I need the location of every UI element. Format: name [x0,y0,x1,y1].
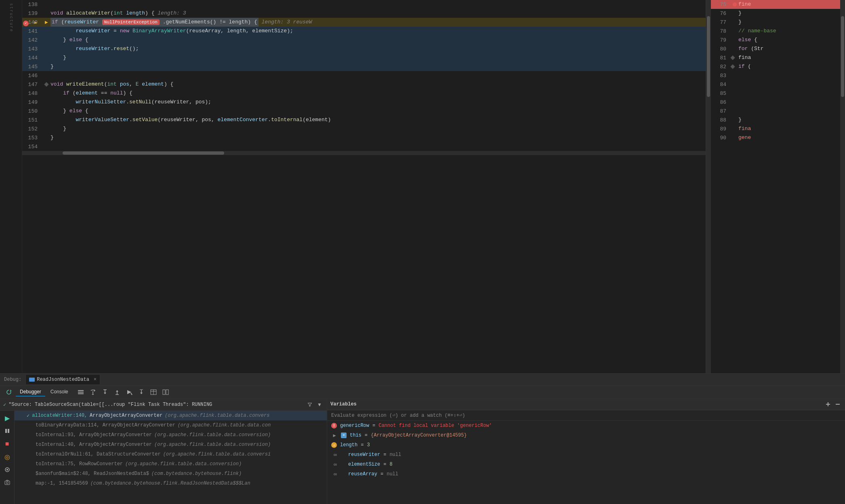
snapshot-button[interactable] [2,477,13,488]
force-step-button[interactable] [136,387,147,397]
h-scrollbar[interactable] [22,151,706,155]
var-infinity-icon-rw: ∞ [331,452,339,458]
line-content-143: reuseWriter.reset(); [50,44,706,53]
frames-filter-bar: ✓ "Source: TableSourceScan(table=[[...ro… [0,399,327,411]
var-genericrow: ! genericRow = Cannot find local variabl… [327,421,845,430]
debug-content: ✓ "Source: TableSourceScan(table=[[...ro… [0,399,845,504]
split-view-button[interactable] [160,387,171,397]
resume-button[interactable]: ▶ [2,412,13,424]
code-line-152: 152 } [22,124,706,133]
frame-item-0[interactable]: ✓ allocateWriter:140, ArrayObjectArrayCo… [15,411,327,420]
var-name-length: length [340,442,357,448]
right-content-76: } [738,9,840,18]
right-line-76: 76 } [711,9,840,18]
v-scrollbar-thumb-right[interactable] [841,16,844,97]
svg-rect-0 [78,390,84,391]
var-this[interactable]: ▶ ≡ this = {ArrayObjectArrayConverter@14… [327,430,845,440]
svg-rect-14 [166,390,168,395]
expand-this[interactable]: ▶ [331,432,338,439]
frames-options-button[interactable]: ▼ [315,401,324,409]
debug-tab-bar: Debug: ReadJsonNestedData × [0,374,845,386]
frames-icon-button[interactable] [75,387,86,397]
call-143: (); [129,46,139,52]
reconnect-button[interactable]: ◎ [2,451,13,462]
run-to-cursor-button[interactable] [124,387,135,397]
line-content-153: } [50,133,706,142]
add-watch-button[interactable] [824,400,832,408]
code-line-149: 149 writerNullSetter.setNull(reuseWriter… [22,98,706,107]
debug-tab-readjson[interactable]: ReadJsonNestedData × [25,374,100,385]
debug-tab-close[interactable]: × [94,377,97,382]
right-num-87: 87 [711,108,731,114]
frame-pkg-7: (com.bytedance.bytehouse.flink.ReadJsonN… [90,481,250,486]
step-over-button[interactable] [87,387,99,397]
right-num-78: 78 [711,28,731,34]
hint-140: length: 3 reuseW [262,19,312,25]
right-content-81: fina [738,53,840,62]
v-scrollbar-thumb-left[interactable] [707,16,710,97]
line-number-152: 152 [22,126,42,132]
right-line-80: 80 for (Str [711,44,840,53]
var-converter: elementConverter [218,117,268,123]
console-tab-button[interactable]: Console [46,388,72,397]
pause-button[interactable] [2,425,13,437]
right-content-79: else { [738,36,840,44]
structure-sidebar: structure [0,0,22,373]
fn-write: writeElement [66,81,104,87]
stop-button[interactable]: ■ [2,438,13,449]
line-content-140: if (reuseWriter NullPointerException .ge… [50,18,706,27]
code-line-145: 145 } [22,62,706,71]
code-line-139: 139 void allocateWriter(int length) { le… [22,9,706,18]
step-into-button[interactable] [99,387,111,397]
right-line-85: 85 [711,89,840,98]
right-line-78: 78 // name-base [711,27,840,36]
remove-watch-button[interactable] [834,400,842,408]
right-line-83: 83 [711,71,840,80]
line-content-141: reuseWriter = new BinaryArrayWriter(reus… [50,27,706,36]
restart-debugger-button[interactable] [3,387,15,397]
frame-name-3: toInternal:40, ArrayObjectArrayConverter [36,442,152,447]
var-reusearray: ∞ reuseArray = null [327,469,845,479]
frame-item-2[interactable]: toInternal:93, ArrayObjectArrayConverter… [15,430,327,440]
main-container: structure 138 139 void allocateWriter(in… [0,0,845,504]
v-scrollbar-right[interactable] [840,0,845,373]
frame-item-6[interactable]: $anonfun$main$2:48, ReadJsonNestedData$ … [15,469,327,479]
frame-item-7[interactable]: map:-1, 1541854569 (com.bytedance.byteho… [15,479,327,488]
svg-rect-1 [78,392,84,393]
table-view-button[interactable] [148,387,159,397]
code-line-153: 153 } [22,133,706,142]
param-element: element [142,81,164,87]
brace-142: } [63,37,69,43]
paren2: ) { [145,10,154,16]
var-name-this: this [350,433,362,438]
h-scrollbar-thumb[interactable] [63,151,224,155]
evaluate-bar[interactable]: Evaluate expression (⏎) or add a watch (… [327,410,845,421]
toolbar-icons [75,387,171,397]
line-number-146: 146 [22,73,42,79]
hint-length-139: length: 3 [158,10,186,16]
code-line-150: 150 } else { [22,107,706,116]
var-eq-genericrow: = [372,423,375,428]
frame-item-4[interactable]: toInternalOrNull:61, DataStructureConver… [15,449,327,459]
svg-rect-16 [8,429,9,433]
line-number-149: 149 [22,99,42,105]
debugger-tab-button[interactable]: Debugger [16,388,45,397]
right-line-81: 81 fina [711,53,840,62]
line-content-145: } [50,62,706,71]
frame-item-5[interactable]: toInternal:75, RowRowConverter (org.apac… [15,459,327,469]
var-name-genericrow: genericRow [340,423,369,428]
v-scrollbar-left[interactable] [706,0,711,373]
frame-item-3[interactable]: toInternal:40, ArrayObjectArrayConverter… [15,440,327,449]
var-value-reusewriter: null [389,452,401,458]
var-this-icon: ≡ [341,433,347,438]
debug-settings-button[interactable] [2,464,13,475]
args-151b: (element) [303,117,331,123]
code-line-146: 146 [22,71,706,80]
step-out-button[interactable] [111,387,123,397]
right-line-77: 77 } [711,18,840,27]
svg-rect-2 [78,393,84,394]
filter-button[interactable] [306,401,314,409]
var-eq-ra: = [380,471,383,477]
frame-item-1[interactable]: toBinaryArrayData:114, ArrayObjectArrayC… [15,420,327,430]
right-content-89: fina [738,124,840,133]
